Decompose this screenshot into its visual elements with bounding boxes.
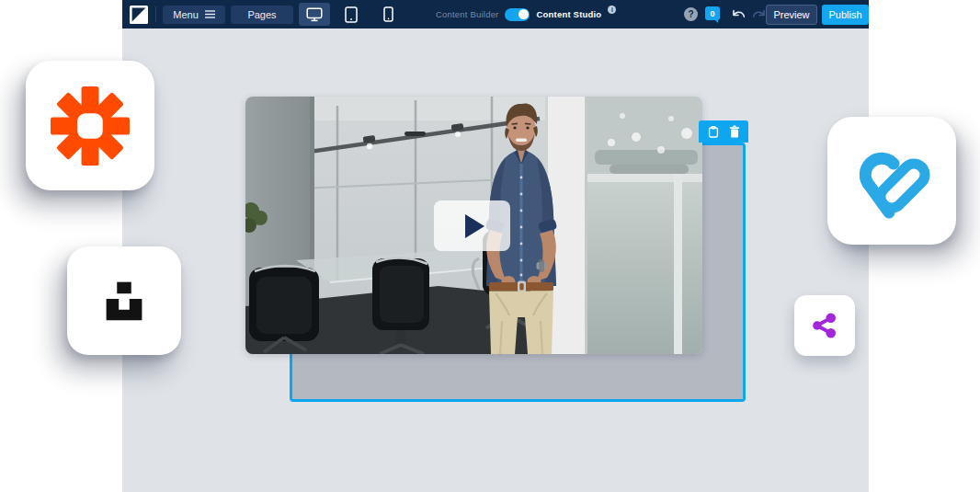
tablet-icon <box>345 6 358 23</box>
menu-button[interactable]: Menu <box>163 6 225 24</box>
page: Menu Pages <box>0 0 980 492</box>
share-card[interactable] <box>794 295 855 356</box>
unsplash-icon <box>96 272 153 329</box>
play-button[interactable] <box>434 200 510 251</box>
pages-button-label: Pages <box>247 9 276 20</box>
device-desktop-button[interactable] <box>299 3 330 26</box>
heart-brand-icon <box>846 135 938 227</box>
video-widget[interactable] <box>245 97 702 354</box>
trash-icon[interactable] <box>729 125 740 138</box>
desktop-icon <box>306 7 323 22</box>
mode-toggle-group: Content Builder Content Studio i <box>436 0 616 29</box>
unsplash-card[interactable] <box>67 246 181 355</box>
publish-button-label: Publish <box>828 9 861 20</box>
content-mode-toggle[interactable] <box>505 8 530 21</box>
toolbar-divider <box>155 6 156 22</box>
play-icon <box>465 214 484 238</box>
pages-button[interactable]: Pages <box>231 6 293 24</box>
content-studio-label: Content Studio <box>536 9 601 19</box>
device-switcher <box>299 3 404 26</box>
publish-button[interactable]: Publish <box>822 5 869 25</box>
preview-button-label: Preview <box>773 9 809 20</box>
undo-icon[interactable] <box>731 8 746 20</box>
comments-badge[interactable]: 0 <box>705 6 720 20</box>
device-tablet-button[interactable] <box>336 3 367 26</box>
help-icon[interactable]: ? <box>684 7 698 21</box>
duplicate-icon[interactable] <box>708 125 719 138</box>
preview-button[interactable]: Preview <box>766 5 817 25</box>
toggle-knob <box>518 9 529 19</box>
toolbar: Menu Pages <box>122 0 869 29</box>
heart-brand-card[interactable] <box>827 117 956 245</box>
zapier-asterisk-icon <box>51 86 130 166</box>
hamburger-icon <box>205 10 215 18</box>
share-icon <box>808 309 841 342</box>
content-builder-label: Content Builder <box>436 9 498 19</box>
redo-icon[interactable] <box>751 8 767 20</box>
editor-canvas[interactable] <box>122 29 869 492</box>
menu-button-label: Menu <box>173 9 199 20</box>
builder-window: Menu Pages <box>122 0 869 492</box>
zapier-card[interactable] <box>26 61 154 190</box>
comments-count: 0 <box>710 9 714 18</box>
mobile-icon <box>383 6 393 22</box>
device-mobile-button[interactable] <box>372 3 404 26</box>
leadpages-builder-logo-icon[interactable] <box>130 6 148 24</box>
info-icon[interactable]: i <box>608 6 616 14</box>
selection-action-tab <box>699 120 748 143</box>
